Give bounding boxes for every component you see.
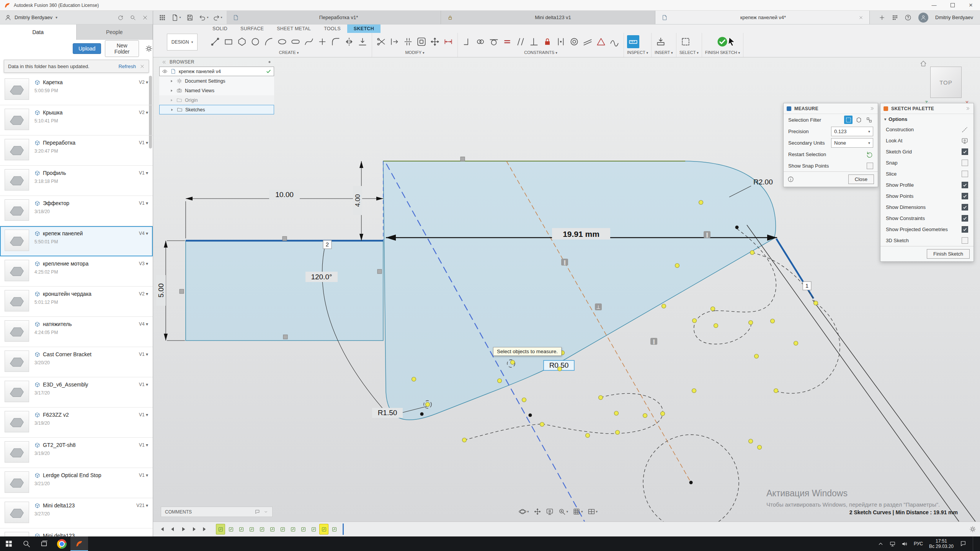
comment-icon[interactable] [255, 509, 260, 515]
flyout-icon[interactable] [965, 106, 970, 111]
upload-button[interactable]: Upload [73, 43, 101, 54]
restart-icon[interactable] [866, 151, 873, 158]
show-desktop-button[interactable] [973, 536, 975, 551]
sketch-point[interactable] [758, 445, 762, 450]
ribbon-tab-sheet-metal[interactable]: SHEET METAL [270, 24, 317, 33]
version-badge[interactable]: V1 ▾ [139, 412, 148, 417]
measure-icon[interactable] [627, 35, 639, 48]
browser-root-item[interactable]: крепеж панелей v4 [159, 67, 274, 76]
sketch-point[interactable] [814, 301, 818, 305]
sketch-point[interactable] [412, 377, 416, 381]
list-item[interactable]: Каретка5:00:59 PMV2 ▾ [0, 75, 153, 105]
measure-dialog-header[interactable]: MEASURE [784, 103, 878, 114]
version-badge[interactable]: V1 ▾ [139, 352, 148, 357]
dimension-grip[interactable] [461, 157, 465, 161]
midpoint-icon[interactable] [555, 35, 567, 48]
timeline-marker[interactable] [309, 524, 318, 535]
home-icon[interactable] [920, 60, 927, 67]
browser-item-document-settings[interactable]: Document Settings [159, 76, 274, 86]
version-badge[interactable]: V1 ▾ [139, 442, 148, 448]
timeline-marker[interactable] [268, 524, 277, 535]
list-item[interactable]: E3D_v6_Assembly3/17/20V1 ▾ [0, 377, 153, 408]
version-badge[interactable]: V1 ▾ [139, 382, 148, 387]
step-back-icon[interactable] [168, 524, 178, 534]
language-indicator[interactable]: РУС [914, 541, 923, 546]
data-panel-tab-data[interactable]: Data [0, 24, 77, 40]
list-item[interactable]: Крышка5:10:41 PMV2 ▾ [0, 105, 153, 135]
chrome-icon[interactable] [53, 536, 70, 551]
insert-icon[interactable] [655, 35, 667, 48]
sketch-point[interactable] [749, 439, 753, 443]
show-points-checkbox[interactable] [962, 193, 968, 199]
list-item[interactable]: Переработка3:20:47 PMV1 ▾ [0, 135, 153, 166]
viewports-icon[interactable]: ▾ [586, 507, 599, 516]
sketch-point[interactable] [755, 354, 759, 359]
finish-sketch-button[interactable]: Finish Sketch [927, 249, 970, 259]
timeline-marker[interactable] [247, 524, 256, 535]
info-icon[interactable] [787, 176, 794, 183]
snap-points-checkbox[interactable] [867, 163, 873, 169]
sketch-point[interactable] [614, 411, 619, 416]
list-item[interactable]: Cast Corner Bracket3/20/20V1 ▾ [0, 347, 153, 377]
search-icon[interactable] [130, 15, 136, 21]
display-settings-icon[interactable]: ▾ [572, 507, 584, 516]
sketch-point[interactable] [586, 434, 590, 438]
sketch-vertex[interactable] [420, 412, 424, 416]
ribbon-group-label[interactable]: FINISH SKETCH ▾ [705, 50, 740, 57]
show-dimensions-checkbox[interactable] [962, 204, 968, 210]
slot-icon[interactable] [289, 35, 302, 48]
close-button[interactable]: ✕ [962, 0, 980, 10]
sketch-point[interactable] [511, 360, 515, 365]
fusion-logo-icon[interactable] [70, 536, 88, 551]
view-cube-face[interactable]: TOP [930, 67, 962, 98]
fillet-icon[interactable] [330, 35, 342, 48]
pan-icon[interactable] [532, 507, 542, 516]
dimension-grip[interactable] [377, 269, 382, 274]
browser-item-origin[interactable]: Origin [159, 95, 274, 105]
coincident-icon[interactable] [474, 35, 487, 48]
parallel-icon[interactable] [514, 35, 527, 48]
extensions-grid-icon[interactable] [892, 14, 898, 21]
step-forward-icon[interactable] [189, 524, 199, 534]
collapse-icon[interactable] [162, 60, 167, 65]
ribbon-group-label[interactable]: INSPECT ▾ [627, 50, 648, 57]
sketch-point[interactable] [462, 438, 467, 442]
timeline-marker[interactable] [278, 524, 287, 535]
list-item[interactable]: F623ZZ v23/19/20V1 ▾ [0, 408, 153, 438]
move-icon[interactable] [429, 35, 441, 48]
user-name[interactable]: Dmitriy Berdyaev [935, 15, 973, 20]
dimension-grip[interactable] [180, 289, 184, 293]
timeline-marker[interactable] [216, 524, 225, 535]
sketch-point[interactable] [426, 403, 430, 407]
data-panel-tab-people[interactable]: People [77, 24, 153, 40]
modeling-canvas[interactable]: 19.91 mm 10.00 4.00 [153, 57, 980, 522]
close-icon[interactable] [140, 64, 145, 69]
version-badge[interactable]: V1 ▾ [139, 201, 148, 206]
ribbon-tab-solid[interactable]: SOLID [206, 24, 234, 33]
sketch-point[interactable] [711, 307, 715, 311]
list-item[interactable]: натяжитель4:24:05 PMV4 ▾ [0, 317, 153, 347]
play-icon[interactable] [178, 524, 188, 534]
list-item[interactable]: Профиль3:18:18 PMV1 ▾ [0, 166, 153, 196]
sketch-point[interactable] [692, 389, 696, 393]
sketch-point[interactable] [774, 389, 778, 393]
close-measure-button[interactable]: Close [848, 174, 874, 184]
timeline-marker[interactable] [257, 524, 266, 535]
ribbon-group-label[interactable]: INSERT ▾ [655, 50, 673, 57]
list-item[interactable]: кронштейн чердака5:01:12 PMV2 ▾ [0, 287, 153, 317]
sketch-point[interactable] [714, 324, 718, 328]
list-item[interactable]: Lerdge Optical End Stop3/21/20V1 ▾ [0, 468, 153, 498]
spline-icon[interactable] [303, 35, 315, 48]
version-badge[interactable]: V1 ▾ [139, 473, 148, 478]
collinear-icon[interactable] [581, 35, 594, 48]
horizontal-vertical-icon[interactable] [461, 35, 473, 48]
close-icon[interactable] [142, 15, 148, 21]
version-badge[interactable]: V1 ▾ [139, 170, 148, 176]
ribbon-tab-sketch[interactable]: SKETCH [347, 24, 381, 33]
reference-line-1[interactable] [747, 225, 959, 522]
comments-bar[interactable]: COMMENTS [161, 507, 273, 517]
polygon-icon[interactable] [236, 35, 248, 48]
flyout-icon[interactable] [870, 106, 875, 111]
chevron-down-icon[interactable] [263, 509, 268, 514]
timeline-position-handle[interactable] [343, 523, 344, 535]
